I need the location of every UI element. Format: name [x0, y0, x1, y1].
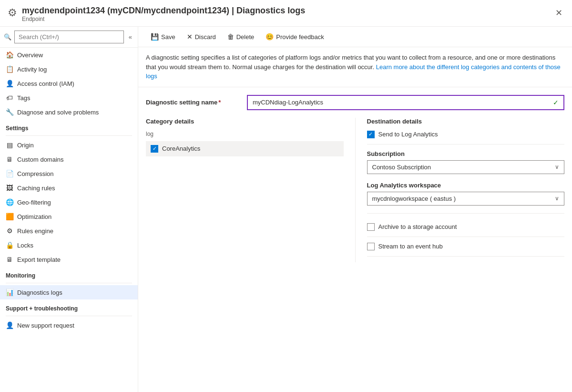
setting-name-label: Diagnostic setting name*	[146, 99, 241, 106]
search-input[interactable]	[14, 31, 124, 43]
category-column: Category details log ✓ CoreAnalytics	[146, 118, 355, 262]
delete-icon: 🗑	[227, 33, 234, 41]
save-icon: 💾	[151, 33, 159, 41]
sidebar-item-compression-label: Compression	[17, 170, 54, 177]
setting-name-value: myCDNdiag-LogAnalytics	[253, 99, 323, 106]
setting-name-row: Diagnostic setting name* myCDNdiag-LogAn…	[146, 95, 564, 110]
core-analytics-item: ✓ CoreAnalytics	[146, 141, 344, 156]
header-left: ⚙ mycdnendpoint1234 (myCDN/mycdnendpoint…	[8, 6, 305, 22]
gear-icon: ⚙	[8, 7, 17, 19]
tags-icon: 🏷	[6, 94, 13, 102]
geo-filtering-icon: 🌐	[6, 198, 13, 206]
compression-icon: 📄	[6, 170, 13, 177]
page-subtitle: Endpoint	[22, 16, 305, 22]
sidebar-item-origin[interactable]: ▤ Origin	[0, 138, 138, 152]
sidebar-item-rules-engine-label: Rules engine	[17, 227, 53, 235]
sidebar-item-rules-engine[interactable]: ⚙ Rules engine	[0, 224, 138, 238]
required-star: *	[218, 99, 221, 106]
close-button[interactable]: ✕	[553, 6, 564, 20]
diagnostics-logs-icon: 📊	[6, 289, 13, 296]
search-icon: 🔍	[4, 33, 11, 41]
send-to-log-analytics-row: ✓ Send to Log Analytics	[367, 131, 565, 144]
monitoring-section-header: Monitoring	[0, 267, 138, 281]
subscription-section: Subscription Contoso Subscription ∨	[367, 150, 565, 174]
sidebar-item-diagnose-label: Diagnose and solve problems	[17, 109, 99, 116]
workspace-label: Log Analytics workspace	[367, 182, 565, 189]
sidebar-item-overview-label: Overview	[17, 52, 43, 59]
send-to-log-analytics-label: Send to Log Analytics	[378, 131, 438, 138]
save-button[interactable]: 💾 Save	[146, 31, 180, 43]
workspace-dropdown[interactable]: mycdnlogworkspace ( eastus ) ∨	[367, 192, 565, 206]
settings-divider	[6, 135, 132, 136]
sidebar-item-geo-filtering-label: Geo-filtering	[17, 199, 51, 206]
sidebar-item-geo-filtering[interactable]: 🌐 Geo-filtering	[0, 195, 138, 209]
discard-icon: ✕	[187, 33, 193, 41]
save-label: Save	[161, 33, 175, 41]
stream-checkbox[interactable]	[367, 243, 375, 250]
sidebar-item-caching-rules[interactable]: 🖼 Caching rules	[0, 181, 138, 195]
diagnose-icon: 🔧	[6, 108, 13, 116]
subscription-dropdown[interactable]: Contoso Subscription ∨	[367, 160, 565, 174]
sidebar-item-custom-domains[interactable]: 🖥 Custom domains	[0, 152, 138, 166]
sidebar-item-new-support-request-label: New support request	[17, 322, 74, 329]
optimization-icon: 🟧	[6, 213, 13, 220]
content-area: 💾 Save ✕ Discard 🗑 Delete 😊 Provide feed…	[138, 27, 572, 392]
sidebar-item-optimization-label: Optimization	[17, 213, 51, 220]
discard-button[interactable]: ✕ Discard	[182, 31, 221, 43]
sidebar-item-compression[interactable]: 📄 Compression	[0, 166, 138, 181]
sidebar-item-caching-rules-label: Caching rules	[17, 185, 55, 192]
feedback-button[interactable]: 😊 Provide feedback	[261, 31, 328, 43]
sidebar-item-overview[interactable]: 🏠 Overview	[0, 48, 138, 62]
sidebar-item-access-control[interactable]: 👤 Access control (IAM)	[0, 76, 138, 91]
sidebar-item-origin-label: Origin	[17, 142, 34, 149]
monitoring-divider	[6, 283, 132, 283]
sidebar-item-diagnose[interactable]: 🔧 Diagnose and solve problems	[0, 105, 138, 119]
sidebar-item-new-support-request[interactable]: 👤 New support request	[0, 318, 138, 332]
subscription-dropdown-arrow: ∨	[555, 164, 559, 170]
core-analytics-label: CoreAnalytics	[162, 145, 200, 152]
sidebar-item-diagnostics-logs[interactable]: 📊 Diagnostics logs	[0, 285, 138, 299]
description-area: A diagnostic setting specifies a list of…	[138, 47, 572, 87]
form-area: Diagnostic setting name* myCDNdiag-LogAn…	[138, 87, 572, 392]
subscription-value: Contoso Subscription	[372, 164, 431, 171]
delete-label: Delete	[236, 33, 255, 41]
header-title-block: mycdnendpoint1234 (myCDN/mycdnendpoint12…	[22, 6, 305, 22]
sidebar-item-diagnostics-logs-label: Diagnostics logs	[17, 289, 62, 296]
caching-rules-icon: 🖼	[6, 184, 13, 192]
sidebar-item-locks[interactable]: 🔒 Locks	[0, 238, 138, 252]
category-details-title: Category details	[146, 118, 344, 125]
archive-checkbox[interactable]	[367, 223, 375, 231]
overview-icon: 🏠	[6, 51, 13, 59]
collapse-button[interactable]: «	[127, 31, 134, 42]
sidebar-item-export-template-label: Export template	[17, 256, 61, 263]
stream-row: Stream to an event hub	[367, 243, 565, 257]
sidebar-item-access-control-label: Access control (IAM)	[17, 80, 74, 87]
setting-name-input[interactable]: myCDNdiag-LogAnalytics ✓	[247, 95, 564, 110]
sidebar-item-tags[interactable]: 🏷 Tags	[0, 91, 138, 105]
activity-log-icon: 📋	[6, 65, 13, 73]
settings-section-header: Settings	[0, 119, 138, 134]
send-to-log-analytics-checkbox[interactable]: ✓	[367, 131, 375, 138]
sidebar-item-optimization[interactable]: 🟧 Optimization	[0, 209, 138, 224]
sidebar-item-activity-log-label: Activity log	[17, 66, 47, 73]
sidebar-item-export-template[interactable]: 🖥 Export template	[0, 252, 138, 267]
locks-icon: 🔒	[6, 241, 13, 249]
destination-column: Destination details ✓ Send to Log Analyt…	[355, 118, 565, 262]
rules-engine-icon: ⚙	[6, 227, 13, 235]
core-analytics-checkbox[interactable]: ✓	[151, 145, 158, 153]
archive-label: Archive to a storage account	[378, 223, 457, 230]
workspace-dropdown-arrow: ∨	[555, 195, 559, 202]
subscription-label: Subscription	[367, 150, 565, 157]
sidebar-item-activity-log[interactable]: 📋 Activity log	[0, 62, 138, 76]
sidebar: 🔍 « 🏠 Overview 📋 Activity log 👤 Access c…	[0, 27, 138, 392]
export-template-icon: 🖥	[6, 256, 13, 263]
support-divider	[6, 316, 132, 316]
destination-details-title: Destination details	[367, 118, 565, 125]
stream-label: Stream to an event hub	[378, 243, 443, 250]
workspace-value: mycdnlogworkspace ( eastus )	[372, 195, 456, 202]
log-section-label: log	[146, 131, 344, 137]
discard-label: Discard	[195, 33, 216, 41]
sidebar-item-locks-label: Locks	[17, 242, 33, 249]
page-header: ⚙ mycdnendpoint1234 (myCDN/mycdnendpoint…	[0, 0, 572, 27]
delete-button[interactable]: 🗑 Delete	[223, 31, 259, 43]
